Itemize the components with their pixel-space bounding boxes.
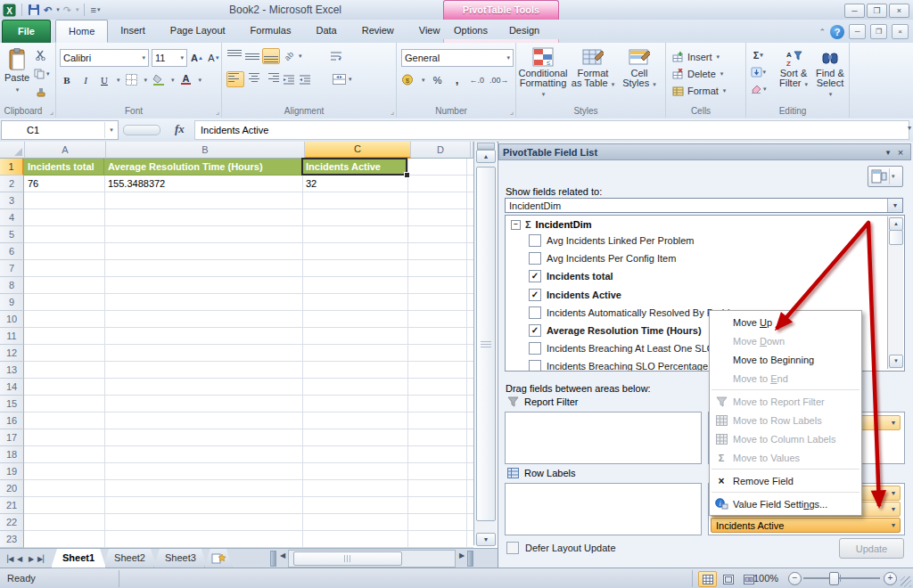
- close-icon[interactable]: ×: [889, 4, 909, 18]
- row-header-3[interactable]: 3: [0, 192, 24, 209]
- find-select-button[interactable]: Find &Select ▾: [813, 46, 847, 99]
- select-all-corner[interactable]: [0, 142, 25, 159]
- field-item-incidents-breaching-at-least-one-slo[interactable]: Incidents Breaching At Least One SLO: [529, 341, 714, 355]
- row-header-5[interactable]: 5: [0, 226, 24, 243]
- source-dropdown[interactable]: IncidentDim ▼: [505, 198, 903, 213]
- field-item-incidents-active[interactable]: ✓Incidents Active: [529, 288, 621, 302]
- excel-logo-icon[interactable]: X: [3, 3, 16, 17]
- report-filter-area[interactable]: [505, 412, 702, 464]
- row-header-11[interactable]: 11: [0, 328, 24, 345]
- collapse-ribbon-icon[interactable]: ⌃: [818, 28, 826, 37]
- increase-indent-icon[interactable]: [298, 72, 312, 87]
- align-top-icon[interactable]: [226, 49, 243, 63]
- menu-item-remove-field[interactable]: ×Remove Field: [710, 471, 861, 490]
- tab-home[interactable]: Home: [55, 20, 108, 43]
- borders-icon[interactable]: [125, 72, 139, 87]
- clipboard-dialog-launcher-icon[interactable]: ⌟: [50, 108, 53, 116]
- help-icon[interactable]: ?: [830, 25, 844, 39]
- field-list-scroll-thumb[interactable]: [889, 230, 903, 245]
- row-header-7[interactable]: 7: [0, 260, 24, 277]
- cell-styles-button[interactable]: CellStyles ▾: [617, 45, 662, 89]
- tab-split-handle[interactable]: [270, 551, 276, 567]
- align-center-icon[interactable]: [246, 72, 262, 86]
- accounting-format-icon[interactable]: $: [401, 72, 415, 87]
- number-dialog-launcher-icon[interactable]: ⌟: [510, 108, 514, 116]
- menu-item-value-field-settings[interactable]: iValue Field Settings...: [710, 494, 861, 513]
- clear-icon[interactable]: ▾: [750, 81, 767, 96]
- menu-item-move-up[interactable]: Move Up: [710, 313, 861, 331]
- sheet-tab-sheet3[interactable]: Sheet3: [153, 549, 208, 568]
- zoom-slider-track[interactable]: [803, 577, 880, 579]
- scroll-down-icon[interactable]: ▼: [476, 533, 496, 546]
- prev-sheet-icon[interactable]: ◀: [14, 555, 25, 563]
- field-item-avg-incidents-per-config-item[interactable]: Avg Incidents Per Config Item: [529, 251, 676, 265]
- source-dropdown-arrow-icon[interactable]: ▼: [887, 199, 902, 212]
- name-box[interactable]: C1 ▾: [1, 120, 119, 140]
- field-item-avg-incidents-linked-per-problem[interactable]: Avg Incidents Linked Per Problem: [529, 233, 695, 248]
- tab-options[interactable]: Options: [443, 20, 498, 43]
- tab-page-layout[interactable]: Page Layout: [158, 20, 238, 43]
- align-right-icon[interactable]: [264, 72, 280, 86]
- shrink-font-icon[interactable]: A▼: [207, 51, 221, 66]
- field-dropdown-icon[interactable]: ▼: [887, 490, 900, 496]
- row-header-22[interactable]: 22: [0, 514, 24, 531]
- fill-color-icon[interactable]: [152, 72, 166, 87]
- comma-style-icon[interactable]: ,: [450, 72, 465, 87]
- align-left-icon[interactable]: [226, 71, 244, 87]
- wrap-text-icon[interactable]: [329, 49, 343, 64]
- field-item-incidents-breaching-slo-percentage[interactable]: Incidents Breaching SLO Percentage: [529, 359, 708, 372]
- cell-A2[interactable]: 76: [24, 176, 104, 192]
- sheet-tab-sheet2[interactable]: Sheet2: [103, 549, 157, 568]
- resize-grip[interactable]: [901, 576, 911, 587]
- insert-function-icon[interactable]: fx: [175, 122, 185, 136]
- field-list-scroll-up-icon[interactable]: ▲: [889, 217, 903, 231]
- insert-worksheet-icon[interactable]: [204, 549, 233, 568]
- paste-button[interactable]: Paste▾: [3, 45, 31, 94]
- workbook-restore-icon[interactable]: ❐: [870, 24, 887, 39]
- formula-input[interactable]: Incidents Active: [194, 120, 909, 140]
- hscroll-right-icon[interactable]: ▶: [456, 551, 467, 559]
- column-header-d[interactable]: D: [411, 142, 471, 159]
- vertical-scroll-thumb[interactable]: [476, 167, 496, 521]
- cell-A1[interactable]: Incidents total: [24, 159, 104, 176]
- orientation-icon[interactable]: ab: [282, 49, 296, 64]
- percent-style-icon[interactable]: %: [431, 72, 445, 87]
- collapse-group-icon[interactable]: −: [511, 220, 521, 230]
- font-name-select[interactable]: Calibri▾: [60, 49, 149, 67]
- row-header-8[interactable]: 8: [0, 277, 24, 294]
- underline-icon[interactable]: U: [97, 72, 111, 87]
- row-header-15[interactable]: 15: [0, 396, 24, 412]
- tab-design[interactable]: Design: [498, 20, 550, 43]
- field-list-scrollbar[interactable]: ▲ ▼: [887, 216, 903, 369]
- restore-icon[interactable]: ❐: [867, 4, 887, 18]
- font-color-icon[interactable]: A: [179, 72, 193, 87]
- insert-cells-button[interactable]: Insert▾: [672, 48, 726, 65]
- cell-C2[interactable]: 32: [302, 176, 407, 192]
- field-dropdown-icon[interactable]: ▼: [887, 522, 900, 528]
- conditional-formatting-button[interactable]: ≤ ConditionalFormatting ▾: [517, 45, 569, 99]
- vertical-scrollbar[interactable]: ▲ ▼: [473, 142, 497, 545]
- zoom-level[interactable]: 100%: [753, 573, 778, 584]
- row-header-20[interactable]: 20: [0, 480, 24, 497]
- worksheet-cells[interactable]: [24, 159, 473, 548]
- field-checkbox[interactable]: ✓: [529, 324, 541, 337]
- sort-filter-button[interactable]: AZ Sort &Filter ▾: [776, 46, 811, 89]
- row-header-10[interactable]: 10: [0, 311, 24, 328]
- redo-icon[interactable]: ↷: [63, 3, 71, 17]
- tab-file[interactable]: File: [2, 20, 51, 43]
- row-header-23[interactable]: 23: [0, 531, 24, 548]
- undo-icon[interactable]: ↶: [44, 3, 52, 17]
- customize-qat-icon[interactable]: ≡▾: [90, 3, 100, 17]
- number-format-select[interactable]: General▾: [401, 49, 514, 67]
- row-labels-area[interactable]: [505, 483, 702, 535]
- row-header-17[interactable]: 17: [0, 429, 24, 446]
- increase-decimal-icon[interactable]: ←.0: [470, 72, 485, 87]
- alignment-dialog-launcher-icon[interactable]: ⌟: [391, 108, 394, 116]
- align-bottom-icon[interactable]: [262, 48, 280, 64]
- hscroll-split-handle[interactable]: [467, 551, 473, 567]
- tab-insert[interactable]: Insert: [108, 20, 158, 43]
- zoom-out-icon[interactable]: −: [788, 572, 802, 585]
- field-checkbox[interactable]: [529, 360, 541, 372]
- horizontal-scrollbar[interactable]: [288, 550, 456, 568]
- field-checkbox[interactable]: [529, 234, 541, 247]
